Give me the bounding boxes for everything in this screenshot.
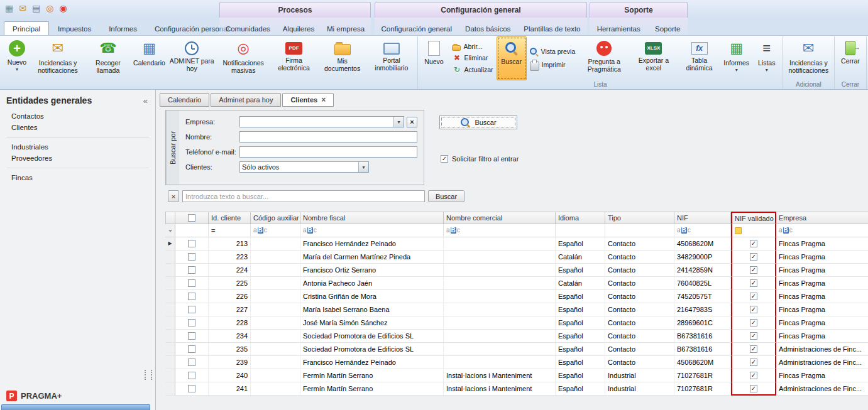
filter-cell-fiscal[interactable]: aBc — [300, 224, 444, 237]
row-checkbox[interactable] — [188, 372, 195, 379]
app-window-icon[interactable]: ▦ — [5, 3, 13, 14]
empresa-combo[interactable]: ▾ — [239, 116, 404, 127]
sidebar-item-industriales[interactable]: Industriales — [0, 141, 155, 153]
filter-cell-aux[interactable]: aBc — [251, 224, 300, 237]
table-row[interactable]: ▶213Francisco Hernández PeinadoEspañolCo… — [165, 237, 868, 251]
row-checkbox[interactable] — [188, 345, 195, 353]
pregunta-a-pragmatica-button[interactable]: Pregunta a Pragmática — [578, 36, 630, 80]
clear-search-button[interactable]: × — [168, 190, 179, 202]
column-header-idioma[interactable]: Idioma — [556, 212, 605, 224]
nombre-input[interactable] — [239, 131, 417, 143]
filter-cell-comercial[interactable]: aBc — [444, 224, 556, 237]
column-header-comercial[interactable]: Nombre comercial — [444, 212, 556, 224]
firma-electronica-button[interactable]: PDFFirma electrónica — [269, 36, 319, 80]
column-header-check[interactable] — [175, 212, 209, 224]
row-checkbox[interactable] — [188, 293, 195, 300]
select-all-checkbox[interactable] — [188, 214, 195, 222]
ribbon-tab-mi-empresa[interactable]: Mi empresa — [322, 21, 369, 35]
row-select-cell[interactable] — [175, 264, 209, 277]
clear-field-button[interactable]: × — [407, 117, 417, 127]
nuevo-button[interactable]: Nuevo — [419, 36, 449, 80]
table-row[interactable]: 234Sociedad Promotora de Edificios SLEsp… — [165, 330, 868, 343]
table-row[interactable]: 228José María Simón SánchezEspañolContac… — [165, 316, 868, 330]
filter-cell-sel[interactable] — [165, 224, 175, 237]
sidebar-item-clientes[interactable]: Clientes — [0, 122, 155, 133]
row-checkbox[interactable] — [188, 332, 195, 340]
ribbon-tab-comunidades[interactable]: Comunidades — [221, 21, 275, 35]
row-checkbox[interactable] — [188, 240, 195, 247]
dropdown-arrow-icon[interactable]: ▾ — [393, 117, 404, 127]
column-header-tipo[interactable]: Tipo — [605, 212, 674, 224]
collapsed-panel-bar[interactable] — [1, 404, 150, 410]
doc-tab-clientes[interactable]: Clientes× — [282, 93, 334, 107]
search-button[interactable]: Buscar — [428, 190, 464, 202]
row-select-cell[interactable] — [175, 251, 209, 264]
table-row[interactable]: 235Sociedad Promotora de Edificios SLEsp… — [165, 343, 868, 356]
row-checkbox[interactable] — [188, 385, 195, 392]
clientes-combo[interactable]: Sólo activos▾ — [239, 161, 369, 173]
row-select-cell[interactable] — [175, 356, 209, 369]
row-select-cell[interactable] — [175, 237, 209, 251]
filter-cell-empresa[interactable]: aBc — [776, 224, 868, 237]
row-select-cell[interactable] — [175, 290, 209, 303]
search-input[interactable] — [182, 190, 425, 202]
filter-cell-validado[interactable] — [731, 224, 776, 237]
row-select-cell[interactable] — [175, 382, 209, 396]
rss-icon[interactable]: ◎ — [46, 3, 53, 14]
informes-button[interactable]: ▦Informes▾ — [722, 36, 752, 80]
filter-cell-idioma[interactable] — [556, 224, 605, 237]
filter-cell-id[interactable]: = — [209, 224, 251, 237]
row-checkbox[interactable] — [188, 253, 195, 261]
ribbon-tab-principal[interactable]: Principal — [4, 21, 49, 35]
cerrar-button[interactable]: Cerrar — [835, 36, 865, 80]
ribbon-tab-impuestos[interactable]: Impuestos — [49, 21, 100, 35]
row-select-cell[interactable] — [175, 303, 209, 316]
incidencias-y-notificaciones-button[interactable]: ✉Incidencias y notificaciones — [784, 36, 833, 80]
adminet-para-hoy-button[interactable]: ADMINET para hoy — [166, 36, 217, 80]
doc-tab-calendario[interactable]: Calendario — [160, 93, 209, 107]
filter-search-button[interactable]: Buscar — [439, 115, 517, 129]
listas-button[interactable]: ≡Listas▾ — [752, 36, 782, 80]
row-select-cell[interactable] — [175, 330, 209, 343]
collapse-sidebar-button[interactable]: « — [143, 96, 148, 105]
column-header-fiscal[interactable]: Nombre fiscal — [300, 212, 444, 224]
ribbon-tab-plantillas-de-texto[interactable]: Plantillas de texto — [519, 21, 585, 35]
table-row[interactable]: 223María del Carmen Martínez PinedaCatal… — [165, 251, 868, 264]
ribbon-tab-alquileres[interactable]: Alquileres — [278, 21, 319, 35]
calendario-button[interactable]: ▦Calendario — [133, 36, 166, 80]
telefono-e-mail-input[interactable] — [239, 146, 417, 158]
portal-inmobiliario-button[interactable]: Portal inmobiliario — [366, 36, 417, 80]
table-row[interactable]: 225Antonia Pacheco JaénCatalánContacto76… — [165, 277, 868, 290]
nuevo-button[interactable]: +Nuevo▾ — [2, 36, 32, 80]
close-tab-icon[interactable]: × — [321, 95, 326, 104]
table-row[interactable]: 241Fermín Martín SerranoInstal·lacions i… — [165, 382, 868, 396]
sidebar-item-proveedores[interactable]: Proveedores — [0, 153, 155, 164]
notes-icon[interactable]: ▤ — [32, 3, 40, 14]
row-select-cell[interactable] — [175, 316, 209, 330]
column-header-nif[interactable]: NIF — [674, 212, 731, 224]
row-checkbox[interactable] — [188, 359, 195, 366]
table-row[interactable]: 240Fermín Martín SerranoInstal·lacions i… — [165, 369, 868, 382]
row-checkbox[interactable] — [188, 306, 195, 313]
actualizar-button[interactable]: ↻Actualizar — [452, 65, 493, 75]
sidebar-resize-grip[interactable] — [145, 370, 152, 380]
incidencias-y-notificaciones-button[interactable]: ✉Incidencias y notificaciones — [32, 36, 84, 80]
row-checkbox[interactable] — [188, 319, 195, 326]
doc-tab-adminet-para-hoy[interactable]: Adminet para hoy — [211, 93, 281, 107]
vista-previa-button[interactable]: Vista previa — [530, 46, 576, 57]
filter-on-enter-checkbox[interactable]: Solicitar filtro al entrar — [441, 155, 519, 163]
dropdown-arrow-icon[interactable]: ▾ — [358, 162, 368, 172]
ribbon-tab-informes[interactable]: Informes — [100, 21, 146, 35]
table-row[interactable]: 226Cristina Griñán de MoraEspañolContact… — [165, 290, 868, 303]
sidebar-item-fincas[interactable]: Fincas — [0, 172, 155, 183]
filter-cell-check[interactable] — [175, 224, 209, 237]
mail-icon[interactable]: ✉ — [19, 3, 26, 14]
table-row[interactable]: 239Francisco Hernández PeinadoEspañolCon… — [165, 356, 868, 369]
pragma-icon[interactable]: ◉ — [59, 3, 67, 14]
row-select-cell[interactable] — [175, 343, 209, 356]
abrir-button[interactable]: Abrir... — [452, 43, 482, 51]
filter-cell-nif[interactable]: aBc — [674, 224, 731, 237]
mis-documentos-button[interactable]: Mis documentos — [319, 36, 366, 80]
row-select-cell[interactable] — [175, 277, 209, 290]
column-header-sel[interactable] — [165, 212, 175, 224]
